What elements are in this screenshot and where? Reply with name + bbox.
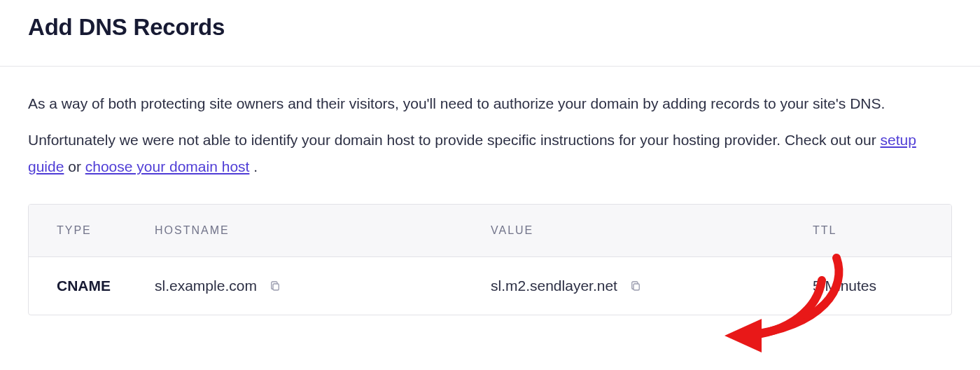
copy-value-button[interactable] — [626, 276, 645, 296]
dns-records-table: TYPE HOSTNAME VALUE TTL CNAME sl.example… — [28, 204, 952, 315]
cell-value: sl.m2.sendlayer.net — [491, 278, 617, 294]
page-title: Add DNS Records — [28, 14, 952, 41]
link-choose-host[interactable]: choose your domain host — [85, 158, 250, 174]
intro-paragraph-2-text-c: . — [253, 158, 258, 174]
cell-type: CNAME — [29, 278, 155, 294]
cell-hostname: sl.example.com — [155, 278, 257, 294]
col-header-ttl: TTL — [813, 205, 951, 256]
table-header-row: TYPE HOSTNAME VALUE TTL — [29, 205, 951, 257]
table-row: CNAME sl.example.com sl.m2.sendlayer.net — [29, 257, 951, 315]
copy-icon — [629, 280, 642, 292]
col-header-hostname: HOSTNAME — [155, 205, 491, 256]
copy-hostname-button[interactable] — [265, 276, 285, 296]
col-header-type: TYPE — [29, 205, 155, 256]
intro-paragraph-2-text-b: or — [68, 158, 85, 174]
copy-icon — [269, 280, 281, 292]
col-header-value: VALUE — [491, 205, 813, 256]
svg-rect-1 — [634, 284, 639, 290]
intro-paragraph-2: Unfortunately we were not able to identi… — [28, 127, 952, 180]
cell-ttl: 5 Minutes — [813, 278, 951, 294]
intro-paragraph-2-text-a: Unfortunately we were not able to identi… — [28, 132, 880, 148]
intro-paragraph-1: As a way of both protecting site owners … — [28, 90, 952, 117]
svg-rect-0 — [273, 284, 279, 290]
